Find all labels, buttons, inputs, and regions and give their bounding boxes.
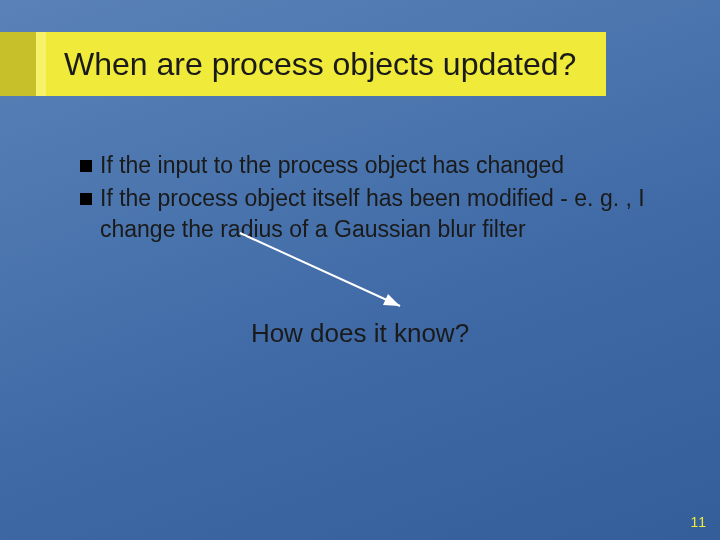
title-band: When are process objects updated? [0, 32, 606, 96]
bullet-square-icon [80, 160, 92, 172]
slide: When are process objects updated? If the… [0, 0, 720, 540]
bullet-text: If the input to the process object has c… [100, 150, 660, 181]
bullet-item: If the input to the process object has c… [80, 150, 660, 181]
bullet-square-icon [80, 193, 92, 205]
title-band-accent-dark [0, 32, 36, 96]
slide-title: When are process objects updated? [64, 46, 576, 83]
svg-line-0 [240, 233, 400, 306]
arrow-icon [230, 228, 430, 318]
title-band-main: When are process objects updated? [46, 32, 606, 96]
svg-marker-1 [383, 294, 400, 306]
question-text: How does it know? [0, 318, 720, 349]
page-number: 11 [690, 514, 706, 530]
title-band-accent-light [36, 32, 46, 96]
